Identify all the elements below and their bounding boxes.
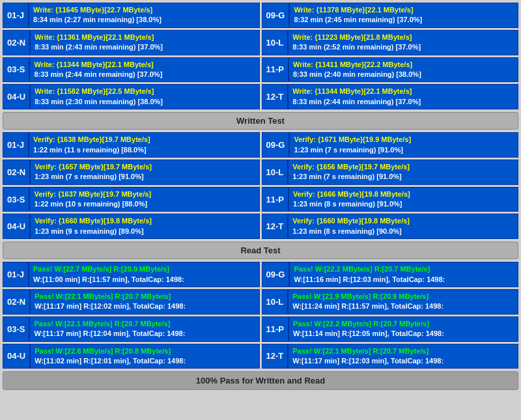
drive-info: Pass! W:[22.1 MByte/s] R:[20.7 MByte/s]W… xyxy=(30,289,259,315)
drive-line2: 8:33 min (2:52 min remaining) [37.0%] xyxy=(292,42,514,52)
drive-cell-11p: 11-PVerify: {1666 MByte}[19.8 MByte/s]1:… xyxy=(262,187,519,212)
drive-line1: Pass! W:[22.7 MByte/s] R:[20.9 MByte/s] xyxy=(33,264,255,274)
drive-label: 12-T xyxy=(262,214,289,239)
pass-grid: 01-JPass! W:[22.7 MByte/s] R:[20.9 MByte… xyxy=(3,262,518,369)
drive-info: Write: {11361 MByte}[22.1 MByte/s]8:33 m… xyxy=(30,30,259,55)
drive-info: Write: {11378 MByte}[22.1 MByte/s]8:32 m… xyxy=(289,3,518,28)
drive-label: 09-G xyxy=(262,132,290,158)
drive-line2: 1:23 min (7 s remaining) [91.0%] xyxy=(292,172,514,182)
drive-line2: 8:34 min (2:27 min remaining) [38.0%] xyxy=(33,15,255,25)
drive-line1: Write: {11645 MByte}[22.7 MByte/s] xyxy=(33,5,255,15)
drive-line1: Pass! W:[22.1 MByte/s] R:[20.7 MByte/s] xyxy=(292,346,514,356)
drive-info: Pass! W:[22.2 MByte/s] R:[20.7 MByte/s]W… xyxy=(289,262,518,287)
drive-cell-09g: 09-GWrite: {11378 MByte}[22.1 MByte/s]8:… xyxy=(262,3,519,28)
drive-line1: Verify: {1656 MByte}[19.7 MByte/s] xyxy=(292,162,514,172)
drive-line2: W:[11:00 min] R:[11:57 min], TotalCap: 1… xyxy=(33,275,255,285)
drive-label: 03-S xyxy=(3,316,29,342)
drive-cell-02n: 02-NWrite: {11361 MByte}[22.1 MByte/s]8:… xyxy=(3,30,260,55)
drive-label: 10-L xyxy=(262,30,289,55)
drive-label: 11-P xyxy=(262,316,289,342)
verify-section: 01-JVerify: {1638 MByte}[19.7 MByte/s]1:… xyxy=(3,132,518,259)
drive-cell-12t: 12-TPass! W:[22.1 MByte/s] R:[20.7 MByte… xyxy=(262,344,519,369)
drive-cell-01j: 01-JVerify: {1638 MByte}[19.7 MByte/s]1:… xyxy=(3,132,260,158)
drive-label: 02-N xyxy=(3,30,30,55)
drive-cell-11p: 11-PWrite: {11411 MByte}[22.2 MByte/s]8:… xyxy=(262,57,519,83)
drive-info: Pass! W:[22.1 MByte/s] R:[20.7 MByte/s]W… xyxy=(29,316,259,342)
drive-line1: Pass! W:[22.2 MByte/s] R:[20.7 MByte/s] xyxy=(294,264,514,274)
drive-line1: Write: {11582 MByte}[22.5 MByte/s] xyxy=(35,87,255,96)
drive-label: 03-S xyxy=(3,57,29,83)
drive-line2: 1:23 min (9 s remaining) [89.0%] xyxy=(35,227,255,236)
drive-info: Verify: {1660 MByte}[19.8 MByte/s]1:23 m… xyxy=(288,214,518,239)
written-test-header: Written Test xyxy=(3,112,518,130)
drive-line1: Pass! W:[22.1 MByte/s] R:[20.7 MByte/s] xyxy=(35,292,255,301)
drive-cell-09g: 09-GPass! W:[22.2 MByte/s] R:[20.7 MByte… xyxy=(262,262,519,287)
drive-line2: W:[11:16 min] R:[12:03 min], TotalCap: 1… xyxy=(294,275,514,285)
drive-label: 04-U xyxy=(3,84,30,109)
drive-cell-03s: 03-SVerify: {1637 MByte}[19.7 MByte/s]1:… xyxy=(3,187,260,212)
drive-line1: Pass! W:[22.6 MByte/s] R:[20.8 MByte/s] xyxy=(35,346,255,356)
drive-cell-12t: 12-TVerify: {1660 MByte}[19.8 MByte/s]1:… xyxy=(262,214,519,239)
drive-label: 12-T xyxy=(262,84,289,109)
drive-line2: 8:33 min (2:30 min remaining) [38.0%] xyxy=(35,97,255,107)
drive-line2: 1:23 min (7 s remaining) [91.0%] xyxy=(294,145,514,155)
drive-label: 04-U xyxy=(3,344,30,369)
drive-cell-09g: 09-GVerify: {1671 MByte}[19.9 MByte/s]1:… xyxy=(262,132,519,158)
drive-line1: Verify: {1660 MByte}[19.8 MByte/s] xyxy=(35,216,255,226)
drive-line1: Verify: {1657 MByte}[19.7 MByte/s] xyxy=(35,162,255,172)
drive-info: Pass! W:[22.7 MByte/s] R:[20.9 MByte/s]W… xyxy=(29,262,259,287)
drive-line1: Pass! W:[22.1 MByte/s] R:[20.7 MByte/s] xyxy=(34,319,255,329)
drive-line1: Verify: {1671 MByte}[19.9 MByte/s] xyxy=(294,135,514,145)
drive-line2: 8:33 min (2:44 min remaining) [37.0%] xyxy=(34,70,255,79)
drive-cell-12t: 12-TWrite: {11344 MByte}[22.1 MByte/s]8:… xyxy=(262,84,519,109)
drive-line2: 1:23 min (8 s remaining) [90.0%] xyxy=(292,227,514,236)
drive-info: Verify: {1638 MByte}[19.7 MByte/s]1:22 m… xyxy=(29,132,259,158)
drive-cell-02n: 02-NVerify: {1657 MByte}[19.7 MByte/s]1:… xyxy=(3,160,260,185)
drive-cell-04u: 04-UPass! W:[22.6 MByte/s] R:[20.8 MByte… xyxy=(3,344,260,369)
drive-line1: Write: {11344 MByte}[22.1 MByte/s] xyxy=(292,87,514,96)
drive-info: Verify: {1657 MByte}[19.7 MByte/s]1:23 m… xyxy=(30,160,259,185)
drive-line1: Write: {11361 MByte}[22.1 MByte/s] xyxy=(35,33,255,42)
drive-info: Pass! W:[21.9 MByte/s] R:[20.9 MByte/s]W… xyxy=(288,289,518,315)
drive-cell-04u: 04-UWrite: {11582 MByte}[22.5 MByte/s]8:… xyxy=(3,84,260,109)
drive-info: Write: {11582 MByte}[22.5 MByte/s]8:33 m… xyxy=(30,84,259,109)
drive-line2: 8:33 min (2:44 min remaining) [37.0%] xyxy=(292,97,514,107)
drive-cell-02n: 02-NPass! W:[22.1 MByte/s] R:[20.7 MByte… xyxy=(3,289,260,315)
drive-label: 04-U xyxy=(3,214,30,239)
drive-label: 11-P xyxy=(262,187,289,212)
drive-info: Pass! W:[22.1 MByte/s] R:[20.7 MByte/s]W… xyxy=(288,344,518,369)
drive-line2: 8:32 min (2:45 min remaining) [37.0%] xyxy=(294,15,514,25)
drive-info: Pass! W:[22.6 MByte/s] R:[20.8 MByte/s]W… xyxy=(30,344,259,369)
drive-line2: W:[11:17 min] R:[12:03 min], TotalCap: 1… xyxy=(292,356,514,366)
drive-label: 10-L xyxy=(262,289,289,315)
drive-info: Write: {11411 MByte}[22.2 MByte/s]8:33 m… xyxy=(289,57,518,83)
drive-cell-10l: 10-LPass! W:[21.9 MByte/s] R:[20.9 MByte… xyxy=(262,289,519,315)
footer-bar: 100% Pass for Written and Read xyxy=(3,371,518,390)
drive-line2: 1:23 min (8 s remaining) [91.0%] xyxy=(293,199,514,209)
drive-line1: Write: {11344 MByte}[22.1 MByte/s] xyxy=(34,60,255,70)
drive-info: Verify: {1666 MByte}[19.8 MByte/s]1:23 m… xyxy=(289,187,518,212)
drive-line2: 1:22 min (11 s remaining) [88.0%] xyxy=(33,145,255,155)
drive-line2: W:[11:17 min] R:[12:02 min], TotalCap: 1… xyxy=(35,301,255,311)
drive-cell-10l: 10-LVerify: {1656 MByte}[19.7 MByte/s]1:… xyxy=(262,160,519,185)
drive-label: 09-G xyxy=(262,3,290,28)
drive-info: Pass! W:[22.2 MByte/s] R:[20.7 MByte/s]W… xyxy=(289,316,518,342)
main-container: 01-JWrite: {11645 MByte}[22.7 MByte/s]8:… xyxy=(0,0,521,395)
drive-info: Write: {11645 MByte}[22.7 MByte/s]8:34 m… xyxy=(29,3,259,28)
drive-info: Verify: {1637 MByte}[19.7 MByte/s]1:22 m… xyxy=(29,187,259,212)
drive-line2: W:[11:14 min] R:[12:05 min], TotalCap: 1… xyxy=(293,329,514,339)
drive-line2: 8:33 min (2:43 min remaining) [37.0%] xyxy=(35,42,255,52)
drive-line1: Write: {11411 MByte}[22.2 MByte/s] xyxy=(293,60,514,70)
drive-line2: 1:22 min (10 s remaining) [88.0%] xyxy=(34,199,255,209)
drive-cell-04u: 04-UVerify: {1660 MByte}[19.8 MByte/s]1:… xyxy=(3,214,260,239)
drive-label: 02-N xyxy=(3,289,30,315)
drive-cell-03s: 03-SPass! W:[22.1 MByte/s] R:[20.7 MByte… xyxy=(3,316,260,342)
verify-grid: 01-JVerify: {1638 MByte}[19.7 MByte/s]1:… xyxy=(3,132,518,239)
drive-cell-10l: 10-LWrite: {11223 MByte}[21.8 MByte/s]8:… xyxy=(262,30,519,55)
drive-label: 01-J xyxy=(3,262,29,287)
drive-label: 01-J xyxy=(3,132,29,158)
drive-line2: 1:23 min (7 s remaining) [91.0%] xyxy=(35,172,255,182)
drive-line1: Pass! W:[21.9 MByte/s] R:[20.9 MByte/s] xyxy=(292,292,514,301)
drive-line1: Verify: {1638 MByte}[19.7 MByte/s] xyxy=(33,135,255,145)
drive-info: Verify: {1660 MByte}[19.8 MByte/s]1:23 m… xyxy=(30,214,259,239)
